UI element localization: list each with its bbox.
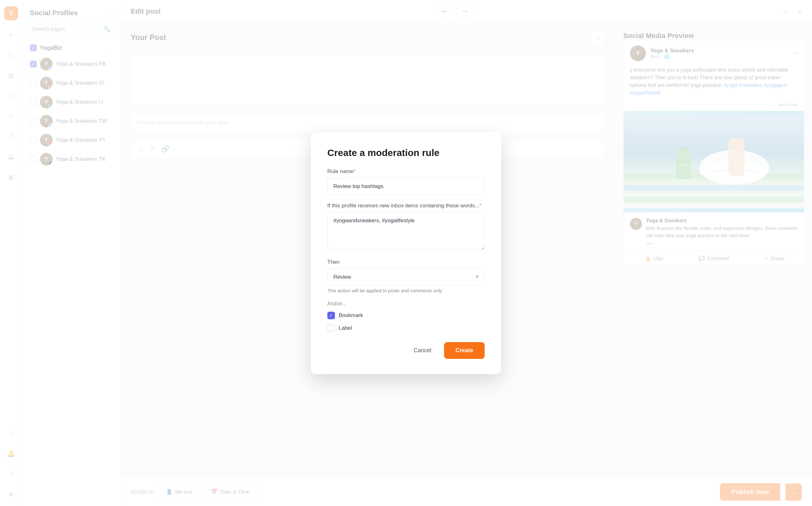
- rule-name-group: Rule name*: [327, 168, 485, 195]
- bookmark-checkbox-item[interactable]: ✓ Bookmark: [327, 312, 485, 319]
- modal-actions: Cancel Create: [327, 342, 485, 359]
- then-label: Then: [327, 259, 485, 265]
- keywords-required: *: [479, 202, 482, 208]
- modal-title: Create a moderation rule: [327, 148, 485, 158]
- label-checkbox[interactable]: [327, 324, 335, 332]
- keywords-label: If this profile receives new inbox items…: [327, 202, 485, 209]
- modal: Create a moderation rule Rule name* If t…: [311, 132, 501, 374]
- bookmark-label: Bookmark: [339, 312, 363, 319]
- keywords-textarea[interactable]: #yogaandsneakers, #yogalifestyle: [327, 212, 485, 250]
- rule-name-input[interactable]: [327, 178, 485, 195]
- then-select-wrap: Review Archive Delete Assign to team mem…: [327, 268, 485, 285]
- then-group: Then Review Archive Delete Assign to tea…: [327, 259, 485, 293]
- label-label: Label: [339, 325, 352, 331]
- label-checkbox-item[interactable]: Label: [327, 324, 485, 332]
- create-btn[interactable]: Create: [444, 342, 485, 359]
- then-select[interactable]: Review Archive Delete Assign to team mem…: [327, 268, 485, 285]
- keywords-group: If this profile receives new inbox items…: [327, 202, 485, 251]
- bookmark-checkbox[interactable]: ✓: [327, 312, 335, 319]
- action-note: This action will be applied to posts and…: [327, 288, 485, 293]
- cancel-btn[interactable]: Cancel: [406, 343, 439, 358]
- andor-label: And/or...: [327, 301, 485, 307]
- modal-overlay: Create a moderation rule Rule name* If t…: [0, 0, 812, 506]
- rule-name-required: *: [353, 168, 355, 174]
- rule-name-label: Rule name*: [327, 168, 485, 175]
